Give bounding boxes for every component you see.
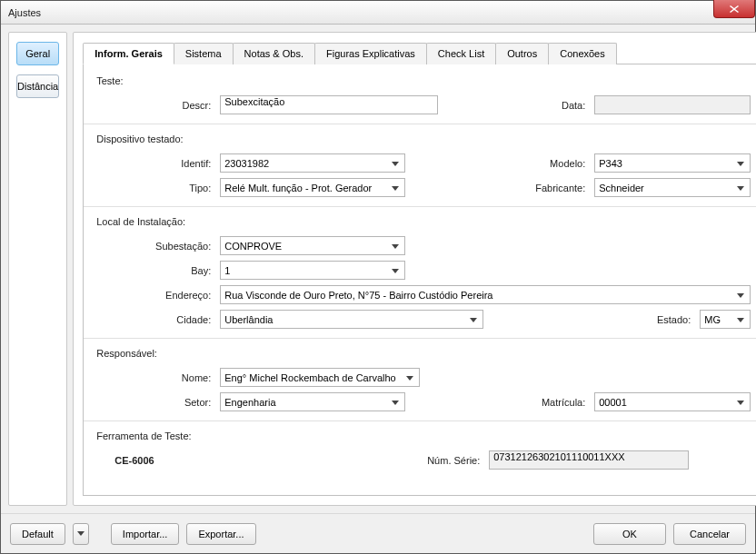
combo-identif[interactable]: 23031982 bbox=[220, 153, 405, 173]
label-data: Data: bbox=[443, 100, 589, 111]
combo-estado[interactable]: MG bbox=[700, 310, 751, 329]
tab-outros[interactable]: Outros bbox=[495, 43, 549, 64]
label-num-serie: Núm. Série: bbox=[411, 455, 483, 466]
tab-sistema[interactable]: Sistema bbox=[174, 43, 234, 64]
section-dispositivo: Dispositivo testado: bbox=[96, 134, 751, 144]
tab-figuras[interactable]: Figuras Explicativas bbox=[314, 43, 427, 64]
ok-button[interactable]: OK bbox=[593, 523, 666, 545]
input-num-serie[interactable]: 07312126302101110011XXX bbox=[489, 450, 689, 470]
label-matricula: Matrícula: bbox=[411, 397, 589, 408]
sidebar-btn-distancia[interactable]: Distância bbox=[16, 74, 59, 98]
exportar-button[interactable]: Exportar... bbox=[186, 523, 255, 545]
separator bbox=[84, 124, 756, 124]
ajustes-window: Ajustes Geral Distância Inform. Gerais S… bbox=[0, 0, 756, 554]
combo-modelo[interactable]: P343 bbox=[594, 153, 751, 173]
body: Geral Distância Inform. Gerais Sistema N… bbox=[1, 25, 755, 513]
window-title: Ajustes bbox=[5, 7, 41, 18]
sidebar-label-distancia: Distância bbox=[17, 81, 58, 92]
label-modelo: Modelo: bbox=[411, 158, 589, 169]
sidebar-label-geral: Geral bbox=[25, 48, 50, 59]
section-teste: Teste: bbox=[96, 75, 751, 86]
close-button[interactable] bbox=[713, 0, 755, 18]
input-descr[interactable]: Subexcitação bbox=[220, 95, 438, 114]
combo-endereco[interactable]: Rua Visconde de Ouro Preto, N°75 - Bairr… bbox=[220, 285, 751, 304]
combo-tipo[interactable]: Relé Mult. função - Prot. Gerador bbox=[220, 178, 405, 197]
label-bay: Bay: bbox=[96, 265, 214, 276]
close-icon bbox=[730, 5, 739, 13]
label-endereco: Endereço: bbox=[96, 290, 214, 301]
default-dropdown-button[interactable] bbox=[73, 523, 89, 545]
tab-content: Teste: Descr: Subexcitação Data: Disposi… bbox=[83, 64, 756, 496]
importar-button[interactable]: Importar... bbox=[111, 523, 180, 545]
separator bbox=[84, 338, 756, 339]
label-setor: Setor: bbox=[96, 397, 214, 408]
input-data[interactable] bbox=[594, 95, 751, 114]
sidebar-btn-geral[interactable]: Geral bbox=[16, 42, 59, 65]
combo-matricula[interactable]: 00001 bbox=[594, 392, 751, 411]
footer: Default Importar... Exportar... OK Cance… bbox=[1, 513, 755, 553]
separator bbox=[84, 420, 756, 421]
default-button[interactable]: Default bbox=[10, 523, 65, 545]
section-responsavel: Responsável: bbox=[96, 348, 751, 359]
tabs: Inform. Gerais Sistema Notas & Obs. Figu… bbox=[83, 42, 756, 64]
combo-bay[interactable]: 1 bbox=[220, 261, 405, 280]
tab-notas-obs[interactable]: Notas & Obs. bbox=[233, 43, 315, 64]
label-estado: Estado: bbox=[657, 314, 694, 325]
sidebar: Geral Distância bbox=[8, 32, 67, 506]
titlebar: Ajustes bbox=[1, 1, 755, 25]
main-panel: Inform. Gerais Sistema Notas & Obs. Figu… bbox=[73, 32, 756, 506]
tab-inform-gerais[interactable]: Inform. Gerais bbox=[83, 43, 174, 64]
label-nome: Nome: bbox=[96, 372, 214, 383]
label-tipo: Tipo: bbox=[96, 183, 214, 193]
combo-cidade[interactable]: Uberlândia bbox=[220, 310, 483, 329]
label-cidade: Cidade: bbox=[96, 314, 214, 325]
combo-nome[interactable]: Eng° Michel Rockembach de Carvalho bbox=[220, 368, 420, 387]
section-ferramenta: Ferramenta de Teste: bbox=[96, 430, 751, 441]
cancelar-button[interactable]: Cancelar bbox=[673, 523, 746, 545]
label-descr: Descr: bbox=[96, 100, 214, 111]
section-local: Local de Instalação: bbox=[96, 216, 751, 227]
combo-subestacao[interactable]: CONPROVE bbox=[220, 236, 405, 255]
separator bbox=[84, 206, 756, 207]
tab-conexoes[interactable]: Conexões bbox=[548, 43, 617, 64]
combo-setor[interactable]: Engenharia bbox=[220, 392, 405, 411]
label-identif: Identif: bbox=[96, 158, 214, 169]
tab-check-list[interactable]: Check List bbox=[426, 43, 496, 64]
label-fabricante: Fabricante: bbox=[411, 183, 589, 193]
combo-fabricante[interactable]: Schneider bbox=[594, 178, 751, 197]
label-subestacao: Subestação: bbox=[96, 241, 214, 252]
ferramenta-nome: CE-6006 bbox=[96, 455, 214, 466]
